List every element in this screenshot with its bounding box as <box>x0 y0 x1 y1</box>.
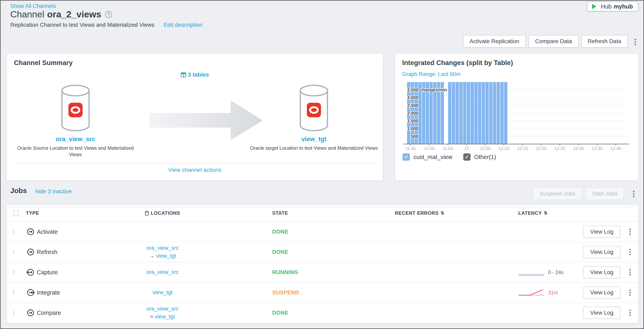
location-link[interactable]: view_tgt <box>155 313 175 320</box>
source-location-block: ora_view_src Oracle Source Location to t… <box>9 84 142 158</box>
compare-data-button[interactable]: Compare Data <box>529 35 578 48</box>
column-state[interactable]: STATE <box>209 210 336 216</box>
locations-cell: ora_view_src ≈ view_tgt <box>116 305 209 321</box>
location-link[interactable]: ora_view_src <box>146 306 178 312</box>
legend-item-cust-mat-view[interactable]: ✓ cust_mat_view <box>402 153 452 161</box>
svg-text:500: 500 <box>411 134 418 139</box>
svg-text:12:05: 12:05 <box>480 146 490 151</box>
channel-description-row: Replication Channel to test Views and Ma… <box>10 22 202 28</box>
row-kebab-icon[interactable] <box>629 289 631 296</box>
hub-button[interactable]: Hub myhub <box>587 2 638 12</box>
legend-item-other[interactable]: ✓ Other(1) <box>463 153 496 161</box>
play-icon <box>592 4 597 10</box>
svg-text:12: 12 <box>464 146 469 151</box>
row-kebab-icon[interactable] <box>629 248 631 256</box>
row-checkbox[interactable] <box>13 310 14 315</box>
table-row-capture: Capture ora_view_src RUNNING 0 - 24s Vie… <box>7 262 638 282</box>
channel-name: ora_2_views <box>47 9 102 20</box>
latency-value: 0 - 24s <box>548 269 564 275</box>
replication-arrow <box>149 95 263 145</box>
svg-text:12:20: 12:20 <box>536 146 547 151</box>
location-link[interactable]: view_tgt <box>156 253 176 259</box>
refresh-data-button[interactable]: Refresh Data <box>581 35 628 48</box>
target-location-link[interactable]: view_tgt <box>301 136 326 143</box>
svg-text:1,500: 1,500 <box>407 118 418 123</box>
integrated-changes-chart[interactable]: 11:4511:5011:551212:0512:1012:1512:2012:… <box>400 81 633 152</box>
view-log-button[interactable]: View Log <box>583 226 620 238</box>
location-link[interactable]: ora_view_src <box>146 269 178 275</box>
tables-link[interactable]: 3 tables <box>166 72 223 78</box>
arrow-glyph: → <box>149 253 156 259</box>
row-checkbox[interactable] <box>13 250 14 254</box>
row-kebab-icon[interactable] <box>629 228 631 235</box>
row-checkbox[interactable] <box>13 290 14 294</box>
title-prefix: Channel <box>10 9 44 20</box>
table-row-activate: Activate DONE View Log <box>7 221 638 242</box>
row-kebab-icon[interactable] <box>629 309 631 316</box>
table-row-integrate: Integrate view_tgt SUSPEND 31m View Log <box>7 282 638 302</box>
checked-checkbox-icon[interactable]: ✓ <box>402 153 410 161</box>
checked-checkbox-icon[interactable]: ✓ <box>463 153 470 161</box>
column-recent-errors[interactable]: RECENT ERRORS ⇅ <box>336 210 458 216</box>
hub-label: Hub <box>601 3 612 10</box>
start-jobs-button[interactable]: Start Jobs <box>586 187 624 200</box>
column-locations[interactable]: LOCATIONS <box>116 210 209 216</box>
source-location-link[interactable]: ora_view_src <box>56 136 95 143</box>
channel-summary-card: Channel Summary 3 tables <box>7 54 383 180</box>
compare-job-icon <box>26 308 35 317</box>
suspend-jobs-button[interactable]: Suspend Jobs <box>533 187 582 200</box>
header-checkbox-cell <box>7 210 26 216</box>
oracle-database-icon <box>60 84 91 132</box>
location-link[interactable]: view_tgt <box>152 289 172 295</box>
view-log-button[interactable]: View Log <box>583 307 620 319</box>
summary-title: Channel Summary <box>14 59 73 67</box>
state-cell: RUNNING <box>209 269 336 275</box>
page-actions-kebab-icon[interactable] <box>634 38 636 46</box>
legend-label: Other(1) <box>474 154 496 160</box>
page-title: Channel ora_2_views ? <box>10 9 112 20</box>
graph-range-link[interactable]: Graph Range: Last 60m <box>402 71 460 77</box>
svg-text:11:45: 11:45 <box>406 146 416 151</box>
jobs-table-header: TYPE LOCATIONS STATE RECENT ERRORS ⇅ LAT… <box>7 205 638 221</box>
help-icon[interactable]: ? <box>105 11 112 18</box>
svg-text:12:35: 12:35 <box>592 146 602 151</box>
activate-job-icon <box>26 227 35 236</box>
table-row-refresh: Refresh ora_view_src → view_tgt DONE Vie… <box>7 242 638 262</box>
job-type-cell: Activate <box>26 227 116 236</box>
activate-replication-button[interactable]: Activate Replication <box>463 35 526 48</box>
svg-text:12:25: 12:25 <box>554 146 565 151</box>
row-kebab-icon[interactable] <box>629 269 631 276</box>
jobs-kebab-icon[interactable] <box>632 190 635 197</box>
job-type-label: Activate <box>37 228 58 235</box>
latency-value: 31m <box>548 290 558 295</box>
edit-description-link[interactable]: Edit description <box>164 22 202 28</box>
column-latency[interactable]: LATENCY ⇅ <box>458 210 567 216</box>
row-checkbox[interactable] <box>13 270 14 274</box>
select-all-checkbox[interactable] <box>13 210 19 216</box>
latency-cell: 0 - 24s <box>458 268 567 277</box>
job-type-label: Compare <box>37 309 61 316</box>
view-log-button[interactable]: View Log <box>583 286 620 299</box>
channel-description: Replication Channel to test Views and Ma… <box>10 22 154 28</box>
latency-sparkline <box>518 288 546 297</box>
table-grid-icon <box>181 72 186 78</box>
chart-legend: ✓ cust_mat_view ✓ Other(1) <box>402 153 496 161</box>
view-log-button[interactable]: View Log <box>583 246 620 258</box>
show-all-channels-link[interactable]: Show All Channels <box>10 3 56 9</box>
column-latency-label: LATENCY <box>518 210 542 216</box>
hide-inactive-link[interactable]: hide 3 inactive <box>36 188 72 195</box>
column-type[interactable]: TYPE <box>26 210 116 216</box>
state-cell: DONE <box>209 249 336 255</box>
sort-icon[interactable]: ⇅ <box>544 210 548 216</box>
integrate-job-icon <box>26 288 35 297</box>
sort-icon[interactable]: ⇅ <box>440 210 444 216</box>
location-link[interactable]: ora_view_src <box>146 245 178 251</box>
legend-label: cust_mat_view <box>414 154 452 160</box>
row-checkbox[interactable] <box>13 229 14 234</box>
job-type-cell: Refresh <box>26 248 116 256</box>
job-type-cell: Integrate <box>26 288 116 297</box>
svg-text:1,000: 1,000 <box>407 126 418 131</box>
view-channel-actions-link[interactable]: View channel actions <box>7 167 383 173</box>
view-log-button[interactable]: View Log <box>583 266 620 278</box>
job-type-label: Capture <box>37 269 58 276</box>
